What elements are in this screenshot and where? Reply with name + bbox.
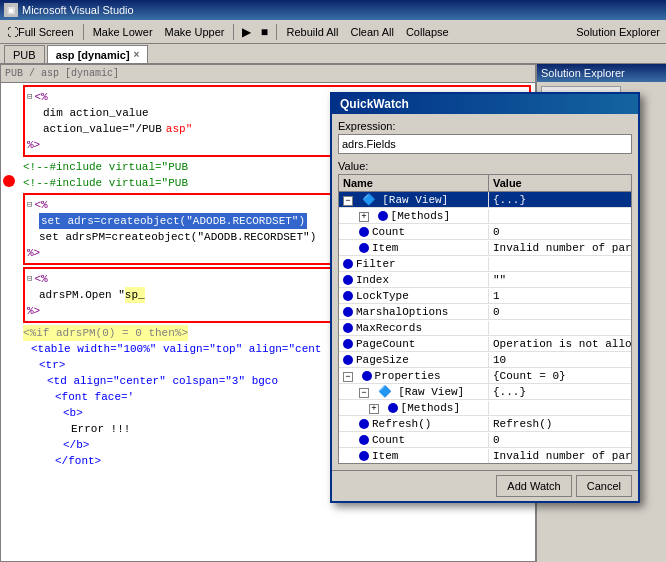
prop-icon: [359, 243, 369, 253]
grid-cell-value: [489, 327, 631, 329]
grid-cell-name: − Properties: [339, 369, 489, 383]
prop-icon: [343, 259, 353, 269]
grid-cell-name: Item: [339, 241, 489, 255]
grid-cell-name: Item: [339, 449, 489, 463]
grid-row[interactable]: Refresh() Refresh(): [339, 416, 631, 432]
expand-icon[interactable]: −: [343, 196, 353, 206]
grid-header-value: Value: [489, 175, 631, 191]
grid-row[interactable]: − Properties {Count = 0}: [339, 368, 631, 384]
title-bar: ▣ Microsoft Visual Studio: [0, 0, 666, 20]
run-button[interactable]: ▶: [238, 24, 254, 40]
grid-cell-name: Index: [339, 273, 489, 287]
add-watch-button[interactable]: Add Watch: [496, 475, 571, 497]
prop-icon: [388, 403, 398, 413]
grid-cell-value: "": [489, 273, 631, 287]
grid-cell-name: Filter: [339, 257, 489, 271]
grid-cell-value: [489, 407, 631, 409]
app-title: Microsoft Visual Studio: [22, 4, 134, 16]
prop-icon: [359, 419, 369, 429]
tab-close-icon[interactable]: ×: [134, 49, 140, 60]
toolbar: ⛶ Full Screen Make Lower Make Upper ▶ ■ …: [0, 20, 666, 44]
prop-icon: [343, 323, 353, 333]
main-layout: PUB / asp [dynamic] ⊟ <% dim action_valu…: [0, 64, 666, 562]
grid-cell-name: − 🔷 [Raw View]: [339, 384, 489, 399]
tab-asp-dynamic[interactable]: asp [dynamic] ×: [47, 45, 149, 63]
grid-cell-value: Refresh(): [489, 417, 631, 431]
dialog-body: Expression: Value: Name Value − 🔷 [Raw V…: [332, 114, 638, 470]
grid-row[interactable]: Item Invalid number of parameters.: [339, 240, 631, 256]
grid-row[interactable]: LockType 1: [339, 288, 631, 304]
rebuild-all-button[interactable]: Rebuild All: [281, 22, 343, 42]
grid-cell-value: 0: [489, 305, 631, 319]
grid-cell-name: Count: [339, 225, 489, 239]
grid-row[interactable]: Filter: [339, 256, 631, 272]
expression-input[interactable]: [338, 134, 632, 154]
grid-cell-name: Count: [339, 433, 489, 447]
prop-icon: [362, 371, 372, 381]
grid-cell-name: + [Methods]: [339, 401, 489, 415]
expand-icon[interactable]: −: [343, 372, 353, 382]
solution-explorer-label: Solution Explorer: [576, 26, 664, 38]
clean-all-button[interactable]: Clean All: [345, 22, 398, 42]
toolbar-separator-3: [276, 24, 277, 40]
collapse-icon[interactable]: ⊟: [27, 89, 32, 105]
dialog-title-text: QuickWatch: [340, 97, 409, 111]
expand-icon[interactable]: +: [359, 212, 369, 222]
grid-row[interactable]: Count 0: [339, 432, 631, 448]
collapse-button[interactable]: Collapse: [401, 22, 454, 42]
grid-cell-value: 1: [489, 289, 631, 303]
expand-icon[interactable]: −: [359, 388, 369, 398]
watch-grid[interactable]: Name Value − 🔷 [Raw View] {...} + [Metho…: [338, 174, 632, 464]
prop-icon: [343, 291, 353, 301]
expression-label: Expression:: [338, 120, 632, 132]
expand-icon[interactable]: +: [369, 404, 379, 414]
sidebar-title: Solution Explorer: [541, 67, 625, 79]
grid-cell-value: [489, 215, 631, 217]
grid-cell-value: Invalid number of parameters.: [489, 241, 631, 255]
grid-row[interactable]: + [Methods]: [339, 208, 631, 224]
grid-cell-name: LockType: [339, 289, 489, 303]
grid-cell-name: MaxRecords: [339, 321, 489, 335]
prop-icon: [359, 435, 369, 445]
collapse-icon-2[interactable]: ⊟: [27, 197, 32, 213]
grid-cell-value: Operation is not allowed when the: [489, 337, 631, 351]
grid-row[interactable]: + [Methods]: [339, 400, 631, 416]
grid-header-name: Name: [339, 175, 489, 191]
grid-row[interactable]: − 🔷 [Raw View] {...}: [339, 384, 631, 400]
grid-cell-name: − 🔷 [Raw View]: [339, 192, 489, 207]
collapse-icon-3[interactable]: ⊟: [27, 271, 32, 287]
grid-cell-value: 10: [489, 353, 631, 367]
value-label: Value:: [338, 160, 632, 172]
grid-cell-value: Invalid number of parameters.: [489, 449, 631, 463]
make-lower-button[interactable]: Make Lower: [88, 22, 158, 42]
grid-cell-name: PageSize: [339, 353, 489, 367]
prop-icon: [359, 227, 369, 237]
prop-icon: [343, 339, 353, 349]
tab-bar: PUB asp [dynamic] ×: [0, 44, 666, 64]
grid-row[interactable]: MarshalOptions 0: [339, 304, 631, 320]
grid-row[interactable]: − 🔷 [Raw View] {...}: [339, 192, 631, 208]
prop-icon: [343, 307, 353, 317]
grid-cell-value: [489, 263, 631, 265]
stop-button[interactable]: ■: [256, 24, 272, 40]
grid-row[interactable]: Count 0: [339, 224, 631, 240]
make-upper-button[interactable]: Make Upper: [160, 22, 230, 42]
grid-row[interactable]: Index "": [339, 272, 631, 288]
grid-cell-name: + [Methods]: [339, 209, 489, 223]
editor-tab-indicator: PUB / asp [dynamic]: [5, 68, 119, 79]
grid-cell-name: PageCount: [339, 337, 489, 351]
grid-row[interactable]: PageSize 10: [339, 352, 631, 368]
grid-row[interactable]: PageCount Operation is not allowed when …: [339, 336, 631, 352]
grid-cell-name: MarshalOptions: [339, 305, 489, 319]
prop-icon: [359, 451, 369, 461]
fullscreen-button[interactable]: ⛶ Full Screen: [2, 22, 79, 42]
grid-cell-value: 0: [489, 225, 631, 239]
grid-cell-value: 0: [489, 433, 631, 447]
grid-row[interactable]: MaxRecords: [339, 320, 631, 336]
cancel-button[interactable]: Cancel: [576, 475, 632, 497]
grid-cell-value: {Count = 0}: [489, 369, 631, 383]
app-icon: ▣: [4, 3, 18, 17]
grid-row[interactable]: Item Invalid number of parameters.: [339, 448, 631, 464]
fullscreen-icon: ⛶: [7, 26, 18, 38]
tab-pub[interactable]: PUB: [4, 45, 45, 63]
